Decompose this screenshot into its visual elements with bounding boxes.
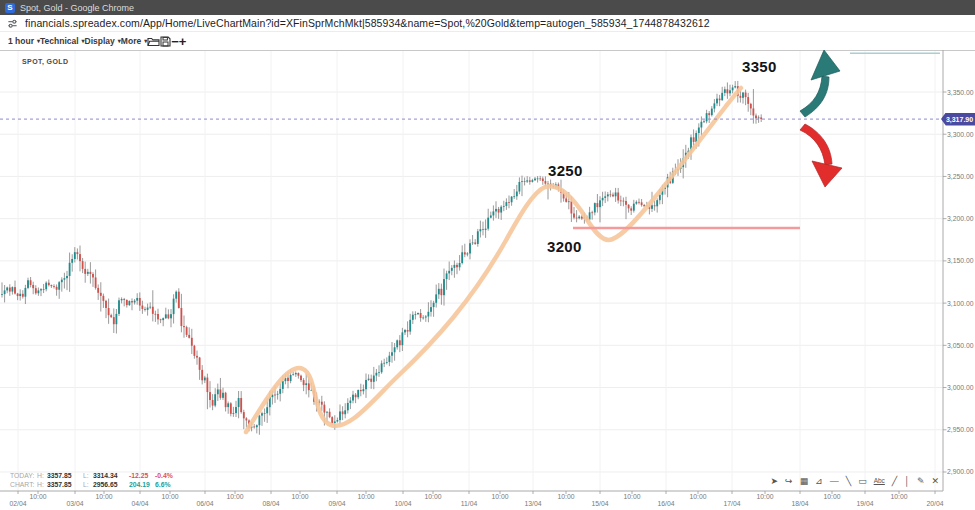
price-tick-label: 3,050.00 bbox=[947, 342, 973, 349]
annotation-label-3350[interactable]: 3350 bbox=[742, 58, 777, 75]
time-tick-label: 10/04 bbox=[394, 500, 411, 507]
chart-toolbar: 1 hour ▾ Technical ▾ Display ▾ More ▾ − … bbox=[0, 32, 975, 50]
time-tick-label: 09/04 bbox=[328, 500, 345, 507]
display-label: Display bbox=[85, 36, 115, 46]
time-tick-label: 10:00 bbox=[226, 493, 243, 500]
timeframe-dropdown[interactable]: 1 hour ▾ bbox=[8, 36, 40, 46]
price-tick-label: 3,250.00 bbox=[947, 173, 973, 180]
time-tick-label: 16/04 bbox=[657, 500, 674, 507]
session-stats: TODAY: H: 3357.85 L: 3314.34 -12.25 -0.4… bbox=[10, 472, 173, 489]
time-tick-label: 10:00 bbox=[689, 493, 706, 500]
annotation-label-3250[interactable]: 3250 bbox=[548, 162, 583, 179]
time-tick-label: 10:00 bbox=[623, 493, 640, 500]
save-chart-button[interactable] bbox=[160, 36, 171, 47]
chart-change-pct: 6.6% bbox=[155, 481, 171, 490]
price-tick-label: 3,000.00 bbox=[947, 384, 973, 391]
time-tick-label: 13/04 bbox=[524, 500, 541, 507]
time-tick-label: 10:00 bbox=[357, 493, 374, 500]
vertical-line-tool-icon[interactable]: │ bbox=[904, 477, 910, 486]
time-tick-label: 04/04 bbox=[131, 500, 148, 507]
site-favicon-icon: S bbox=[5, 3, 15, 13]
candlestick-chart-canvas[interactable] bbox=[0, 50, 975, 510]
today-change-pct: -0.4% bbox=[155, 472, 173, 481]
price-tick-label: 3,100.00 bbox=[947, 300, 973, 307]
zoom-in-button[interactable]: + bbox=[179, 35, 187, 48]
low-label: L: bbox=[83, 472, 93, 481]
chart-label: CHART: bbox=[10, 481, 37, 490]
time-tick-label: 03/04 bbox=[66, 500, 83, 507]
marker-tool-icon[interactable]: ✎ bbox=[917, 477, 925, 486]
time-tick-label: 18/04 bbox=[791, 500, 808, 507]
channel-tool-icon[interactable]: ⊿ bbox=[815, 477, 823, 486]
open-chart-button[interactable] bbox=[147, 36, 160, 47]
diagonal-line-tool-icon[interactable]: ╱ bbox=[892, 477, 897, 486]
text-tool-icon[interactable]: Abc bbox=[874, 478, 885, 485]
url-text[interactable]: financials.spreadex.com/App/Home/LiveCha… bbox=[25, 17, 710, 29]
time-tick-label: 10:00 bbox=[890, 493, 907, 500]
horizontal-line-tool-icon[interactable]: — bbox=[830, 477, 839, 486]
price-tick-label: 3,350.00 bbox=[947, 89, 973, 96]
time-tick-label: 19/04 bbox=[856, 500, 873, 507]
low-label: L: bbox=[83, 481, 93, 490]
time-tick-label: 10:00 bbox=[291, 493, 308, 500]
price-tick-label: 3,200.00 bbox=[947, 215, 973, 222]
today-low: 3314.34 bbox=[93, 472, 123, 481]
time-tick-label: 02/04 bbox=[9, 500, 26, 507]
up-arrow-annotation[interactable] bbox=[800, 50, 840, 117]
price-tick-label: 3,300.00 bbox=[947, 131, 973, 138]
time-tick-label: 10:00 bbox=[161, 493, 178, 500]
down-arrow-annotation[interactable] bbox=[800, 124, 842, 187]
timeframe-label: 1 hour bbox=[8, 36, 34, 46]
time-tick-label: 10:00 bbox=[491, 493, 508, 500]
trendline-tool-icon[interactable]: ╲ bbox=[846, 477, 851, 486]
symbol-label: SPOT, GOLD bbox=[22, 58, 68, 65]
time-tick-label: 11/04 bbox=[461, 500, 478, 507]
chart-high: 3357.85 bbox=[47, 481, 77, 490]
save-floppy-icon bbox=[160, 36, 171, 47]
time-tick-label: 06/04 bbox=[196, 500, 213, 507]
current-price-badge: 3,317.90 bbox=[941, 113, 975, 126]
price-tick-label: 3,150.00 bbox=[947, 257, 973, 264]
time-tick-label: 10:00 bbox=[29, 493, 46, 500]
high-label: H: bbox=[37, 472, 47, 481]
chart-area[interactable]: SPOT, GOLD 3,350.003,300.003,250.003,200… bbox=[0, 50, 975, 510]
rectangle-tool-icon[interactable]: ▭ bbox=[858, 477, 867, 486]
time-tick-label: 10:00 bbox=[756, 493, 773, 500]
chart-low: 2956.65 bbox=[93, 481, 123, 490]
window-titlebar: S Spot, Gold - Google Chrome bbox=[0, 0, 975, 15]
today-high: 3357.85 bbox=[47, 472, 77, 481]
technical-label: Technical bbox=[40, 36, 79, 46]
gridlines bbox=[0, 50, 943, 491]
price-tick-label: 2,900.00 bbox=[947, 468, 973, 475]
elbow-arrow-tool-icon[interactable]: ↪ bbox=[785, 477, 793, 486]
plus-icon: + bbox=[179, 35, 187, 48]
open-folder-icon bbox=[147, 36, 160, 47]
time-tick-label: 08/04 bbox=[262, 500, 279, 507]
display-dropdown[interactable]: Display ▾ bbox=[85, 36, 121, 46]
annotation-label-3200[interactable]: 3200 bbox=[547, 238, 582, 255]
time-tick-label: 15/04 bbox=[591, 500, 608, 507]
technical-dropdown[interactable]: Technical ▾ bbox=[40, 36, 85, 46]
price-tick-label: 2,950.00 bbox=[947, 426, 973, 433]
grid-tool-icon[interactable]: ▦ bbox=[800, 477, 809, 486]
cursor-tool-icon[interactable]: ➤ bbox=[771, 477, 779, 486]
more-label: More bbox=[121, 36, 141, 46]
today-label: TODAY: bbox=[10, 472, 37, 481]
site-settings-icon[interactable] bbox=[7, 18, 18, 29]
time-tick-label: 10:00 bbox=[557, 493, 574, 500]
today-change: -12.25 bbox=[129, 472, 155, 481]
high-label: H: bbox=[37, 481, 47, 490]
chart-change: 204.19 bbox=[129, 481, 155, 490]
sketch-curve-annotation[interactable] bbox=[246, 88, 741, 432]
time-tick-label: 20/04 bbox=[926, 500, 943, 507]
delete-tool-icon[interactable]: ✕ bbox=[931, 477, 939, 486]
time-tick-label: 17/04 bbox=[723, 500, 740, 507]
drawing-toolbar: ➤↪▦⊿—╲▭Abc╱│✎✕ bbox=[771, 477, 939, 486]
time-tick-label: 10:00 bbox=[823, 493, 840, 500]
zoom-out-button[interactable]: − bbox=[171, 35, 179, 48]
chart-stats-row: CHART: H: 3357.85 L: 2956.65 204.19 6.6% bbox=[10, 481, 173, 490]
browser-window: { "window": { "title": "Spot, Gold - Goo… bbox=[0, 0, 975, 510]
time-tick-label: 10:00 bbox=[95, 493, 112, 500]
url-bar[interactable]: financials.spreadex.com/App/Home/LiveCha… bbox=[0, 15, 975, 32]
more-dropdown[interactable]: More ▾ bbox=[121, 36, 147, 46]
